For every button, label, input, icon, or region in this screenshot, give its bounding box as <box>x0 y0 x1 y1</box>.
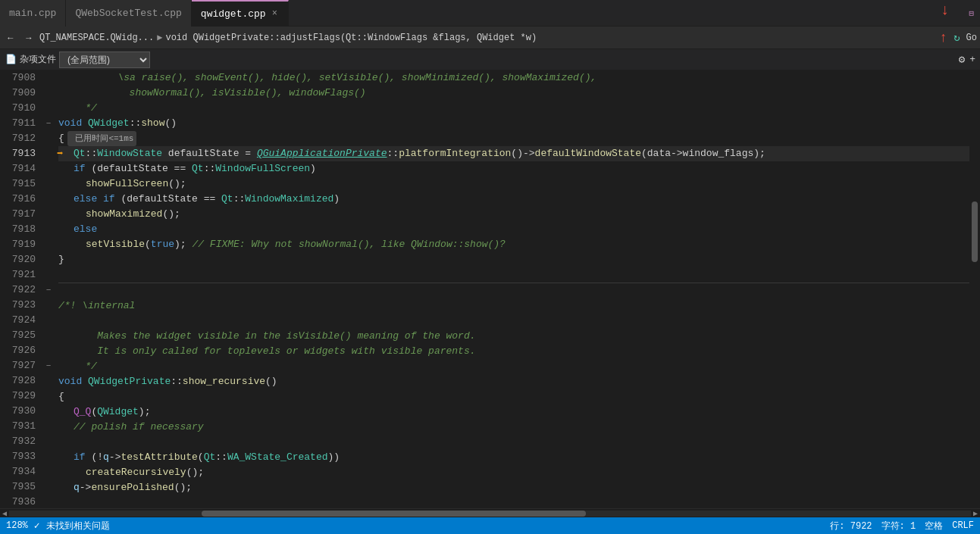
ln-7919: 7919 <box>6 237 36 252</box>
line-info: 行: 7922 <box>830 520 872 532</box>
code-line-7912: { 已用时间<=1ms <box>58 131 969 146</box>
tab-label: QWebSocketTest.cpp <box>75 8 181 19</box>
ln-7922: 7922 <box>6 283 36 298</box>
zoom-level: 128% <box>6 520 28 531</box>
code-line-7926: It is only called for toplevels or widge… <box>58 344 969 359</box>
editor-wrapper: 7908 7909 7910 7911 7912 7913 7914 7915 … <box>0 70 980 508</box>
status-right: 行: 7922 字符: 1 空格 CRLF <box>830 520 974 532</box>
toolbar-file-label: 杂项文件 <box>20 53 56 66</box>
encoding-info: CRLF <box>952 520 974 531</box>
ln-7923: 7923 <box>6 298 36 313</box>
ln-7916: 7916 <box>6 192 36 207</box>
ln-7924: 7924 <box>6 313 36 328</box>
ln-7925: 7925 <box>6 328 36 343</box>
code-line-7934: createRecursively(); <box>58 465 969 480</box>
horizontal-scrollbar[interactable]: ◀ ▶ <box>0 508 980 517</box>
code-line-7928: void QWidgetPrivate::show_recursive() <box>58 374 969 389</box>
code-line-7918: else <box>58 222 969 237</box>
toolbar-plus[interactable]: + <box>969 54 975 65</box>
ln-7918: 7918 <box>6 222 36 237</box>
ln-7931: 7931 <box>6 419 36 434</box>
ln-7930: 7930 <box>6 404 36 419</box>
go-label[interactable]: Go <box>966 33 977 43</box>
breadcrumb-namespace: QT_NAMESPACE.QWidg... <box>39 33 154 43</box>
ln-7927: 7927 <box>6 358 36 373</box>
code-line-7936 <box>58 495 969 508</box>
code-line-7933: if (!q->testAttribute(Qt::WA_WState_Crea… <box>58 450 969 465</box>
tab-qwebsocket-cpp[interactable]: QWebSocketTest.cpp <box>66 0 191 27</box>
ln-7932: 7932 <box>6 434 36 449</box>
h-scroll-right[interactable]: ▶ <box>971 509 980 518</box>
annotation-arrow-up: ↑ <box>939 30 947 45</box>
h-scroll-left[interactable]: ◀ <box>0 509 9 518</box>
ln-7917: 7917 <box>6 207 36 222</box>
tab-qwidget-cpp[interactable]: qwidget.cpp × <box>192 0 289 27</box>
ln-7933: 7933 <box>6 449 36 464</box>
ln-7934: 7934 <box>6 464 36 479</box>
code-line-7932 <box>58 435 969 450</box>
code-line-7909: showNormal(), isVisible(), windowFlags() <box>58 86 969 101</box>
tab-actions: ⊟ <box>963 8 980 18</box>
ln-7935: 7935 <box>6 479 36 495</box>
ln-7908: 7908 <box>6 70 36 86</box>
tab-label: main.cpp <box>9 8 56 19</box>
code-line-7910: */ <box>58 101 969 116</box>
fold-gutter: − − − <box>42 70 55 508</box>
code-line-7929: { <box>58 389 969 404</box>
code-lines: \sa raise(), showEvent(), hide(), setVis… <box>55 70 969 508</box>
h-scroll-thumb[interactable] <box>202 511 587 517</box>
status-left: 128% ✓ 未找到相关问题 <box>6 520 110 532</box>
code-line-7920: } <box>58 252 969 267</box>
tab-close-button[interactable]: × <box>271 7 279 20</box>
code-line-7927: */ <box>58 359 969 374</box>
ln-7913: 7913 <box>6 146 36 161</box>
code-line-7925: Makes the widget visible in the isVisibl… <box>58 329 969 344</box>
code-line-7913: Qt::WindowState defaultState = QGuiAppli… <box>58 146 969 161</box>
breadcrumb-function: void QWidgetPrivate::adjustFlags(Qt::Win… <box>165 33 537 43</box>
space-info: 空格 <box>925 520 943 532</box>
code-line-7931: // polish if necessary <box>58 420 969 435</box>
nav-back-button[interactable]: ← <box>3 31 18 45</box>
code-line-7915: showFullScreen(); <box>58 176 969 192</box>
code-line-7922 <box>58 283 969 298</box>
ln-7929: 7929 <box>6 389 36 404</box>
code-line-7917: showMaximized(); <box>58 207 969 222</box>
tab-bar: main.cpp QWebSocketTest.cpp qwidget.cpp … <box>0 0 980 27</box>
ln-7928: 7928 <box>6 373 36 389</box>
nav-forward-button[interactable]: → <box>21 31 36 45</box>
code-line-7924 <box>58 314 969 329</box>
scope-dropdown[interactable]: (全局范围) <box>59 52 150 68</box>
code-line-7935: q->ensurePolished(); <box>58 480 969 495</box>
file-icon: 📄 <box>5 54 17 66</box>
h-scroll-track <box>9 511 971 517</box>
code-line-7916: else if (defaultState == Qt::WindowMaxim… <box>58 192 969 207</box>
char-info: 字符: 1 <box>881 520 916 532</box>
check-icon: ✓ <box>34 520 40 532</box>
annotation-arrow-down: ↓ <box>940 2 949 19</box>
toolbar-file-section: 📄 杂项文件 <box>5 53 56 66</box>
split-icon[interactable]: ⊟ <box>969 8 974 18</box>
ln-7914: 7914 <box>6 161 36 176</box>
code-line-7911: void QWidget::show() <box>58 116 969 131</box>
toolbar-right: ⚙ + <box>959 53 975 66</box>
ln-7911: 7911 <box>6 116 36 131</box>
refresh-icon[interactable]: ↻ <box>953 31 960 44</box>
breadcrumb-sep: ▶ <box>157 32 162 43</box>
tab-label: qwidget.cpp <box>201 8 266 20</box>
no-issues-label: 未找到相关问题 <box>46 520 110 532</box>
settings-icon[interactable]: ⚙ <box>959 53 965 66</box>
execution-arrow: ➡ <box>57 146 63 161</box>
scrollbar-thumb[interactable] <box>972 201 978 262</box>
breadcrumb: QT_NAMESPACE.QWidg... ▶ void QWidgetPriv… <box>39 32 537 43</box>
code-line-7921 <box>58 267 969 283</box>
code-content[interactable]: ➡ \sa raise(), showEvent(), hide(), setV… <box>55 70 969 508</box>
code-line-7914: if (defaultState == Qt::WindowFullScreen… <box>58 161 969 176</box>
ln-7926: 7926 <box>6 343 36 358</box>
vertical-scrollbar[interactable] <box>969 70 980 508</box>
code-line-7923: /*! \internal <box>58 298 969 314</box>
tab-main-cpp[interactable]: main.cpp <box>0 0 66 27</box>
ln-7921: 7921 <box>6 267 36 283</box>
nav-bar: ← → QT_NAMESPACE.QWidg... ▶ void QWidget… <box>0 27 980 49</box>
status-bar: 128% ✓ 未找到相关问题 行: 7922 字符: 1 空格 CRLF <box>0 517 980 534</box>
ln-7920: 7920 <box>6 252 36 267</box>
